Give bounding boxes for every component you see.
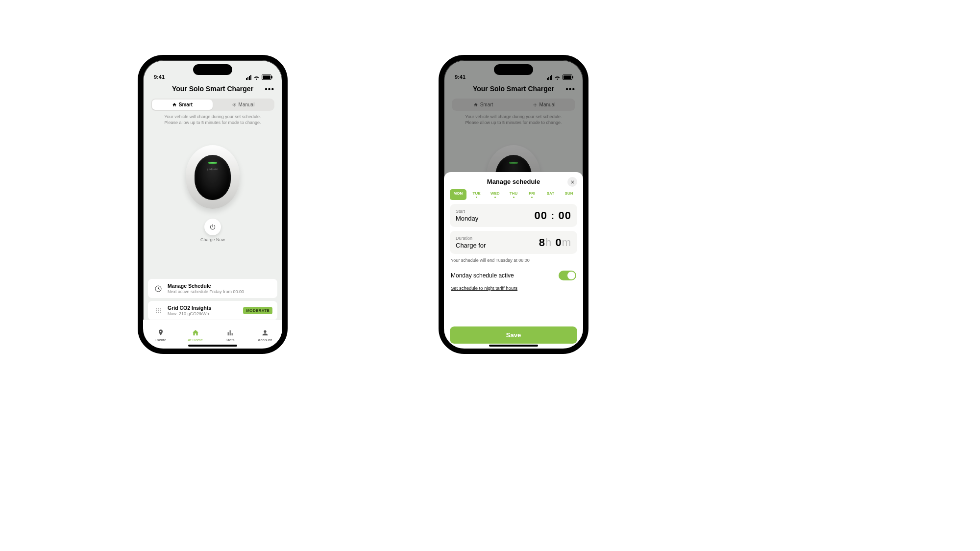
svg-point-6 (158, 310, 159, 311)
day-label: WED (490, 191, 500, 196)
svg-point-4 (160, 308, 161, 309)
day-option-fri[interactable]: FRI (524, 189, 540, 200)
info-cards: Manage Schedule Next active schedule Fri… (148, 276, 277, 320)
svg-point-9 (158, 312, 159, 313)
mode-manual-label: Manual (239, 102, 255, 107)
co2-card-subtitle: Now: 210 gCO2/kWh (168, 311, 239, 316)
schedule-dot-icon (513, 197, 514, 198)
tab-stats[interactable]: Stats (213, 329, 247, 342)
co2-level-badge: MODERATE (243, 307, 272, 314)
more-menu-button[interactable]: ••• (265, 85, 274, 94)
close-icon (570, 180, 575, 184)
start-time-value: 00 : 00 (535, 209, 572, 222)
schedule-active-toggle[interactable] (559, 271, 576, 280)
day-label: THU (510, 191, 517, 196)
schedule-dot-icon (494, 197, 496, 198)
charger-brand-label: podpoint (195, 168, 231, 171)
sheet-title: Manage schedule (487, 178, 540, 185)
charge-now-button[interactable] (204, 219, 221, 235)
day-label: SAT (547, 191, 554, 196)
day-option-sat[interactable]: SAT (542, 189, 559, 200)
day-selector: MONTUEWEDTHUFRISATSUN (450, 189, 577, 200)
day-option-thu[interactable]: THU (505, 189, 522, 200)
co2-card-title: Grid CO2 Insights (168, 305, 239, 311)
start-day-value: Monday (456, 215, 478, 222)
charger-device-image: podpoint (186, 145, 240, 209)
page-title: Your Solo Smart Charger (172, 85, 253, 93)
home-indicator[interactable] (188, 345, 237, 347)
duration-value: 8h 0m (539, 236, 571, 249)
schedule-dot-icon (531, 197, 533, 198)
wifi-icon (253, 75, 260, 80)
svg-point-5 (156, 310, 157, 311)
schedule-active-row: Monday schedule active (450, 268, 577, 285)
charger-led-icon (208, 162, 217, 164)
phone-schedule-screen: 9:41 Your Solo Smart Charger ••• Smart M… (439, 55, 588, 354)
schedule-card-subtitle: Next active schedule Friday from 00:00 (168, 289, 272, 294)
day-option-wed[interactable]: WED (487, 189, 503, 200)
duration-desc: Charge for (456, 242, 486, 249)
mode-segmented-control: Smart Manual (151, 99, 274, 111)
day-option-tue[interactable]: TUE (468, 189, 485, 200)
power-icon (209, 224, 216, 230)
charge-now-label: Charge Now (143, 237, 282, 242)
day-option-mon[interactable]: MON (450, 189, 466, 200)
pin-icon (157, 329, 165, 337)
stats-icon (226, 329, 234, 337)
mode-smart-label: Smart (179, 102, 193, 107)
tab-locate[interactable]: Locate (143, 329, 178, 342)
day-label: TUE (473, 191, 481, 196)
battery-icon (262, 75, 271, 80)
status-indicators (246, 75, 271, 80)
schedule-card-title: Manage Schedule (168, 283, 272, 289)
svg-point-8 (156, 312, 157, 313)
status-time: 9:41 (154, 74, 165, 80)
day-label: FRI (529, 191, 535, 196)
schedule-active-label: Monday schedule active (451, 272, 514, 279)
svg-point-3 (158, 308, 159, 309)
account-icon (261, 329, 269, 337)
grid-icon (153, 307, 164, 315)
mode-smart-option[interactable]: Smart (152, 100, 213, 110)
clock-icon (153, 285, 164, 293)
duration-panel[interactable]: Duration Charge for 8h 0m (450, 231, 577, 254)
smart-icon (172, 102, 177, 107)
start-time-panel[interactable]: Start Monday 00 : 00 (450, 204, 577, 227)
home-icon (192, 329, 199, 337)
schedule-dot-icon (476, 197, 477, 198)
page-header: Your Solo Smart Charger ••• (143, 81, 282, 96)
cellular-icon (246, 75, 251, 80)
duration-label: Duration (456, 236, 486, 241)
svg-point-7 (160, 310, 161, 311)
svg-point-2 (156, 308, 157, 309)
day-option-sun[interactable]: SUN (561, 189, 577, 200)
co2-insights-card[interactable]: Grid CO2 Insights Now: 210 gCO2/kWh MODE… (148, 301, 277, 320)
manual-icon (232, 102, 237, 107)
day-label: SUN (565, 191, 573, 196)
mode-manual-option[interactable]: Manual (213, 100, 273, 110)
svg-point-10 (160, 312, 161, 313)
phone-home-screen: 9:41 Your Solo Smart Charger ••• Smart M… (138, 55, 288, 354)
night-tariff-link[interactable]: Set schedule to night tariff hours (451, 285, 576, 291)
dynamic-island (193, 64, 232, 75)
tab-account[interactable]: Account (247, 329, 282, 342)
close-button[interactable] (567, 177, 577, 187)
day-label: MON (454, 191, 463, 196)
schedule-end-note: Your schedule will end Tuesday at 08:00 (451, 258, 576, 263)
mode-hint-text: Your vehicle will charge during your set… (155, 114, 270, 125)
tab-at-home[interactable]: At Home (178, 329, 213, 342)
start-label: Start (456, 209, 478, 214)
home-indicator[interactable] (489, 345, 538, 347)
manage-schedule-card[interactable]: Manage Schedule Next active schedule Fri… (148, 279, 277, 298)
save-button[interactable]: Save (450, 326, 577, 344)
svg-point-0 (233, 104, 235, 105)
manage-schedule-sheet: Manage schedule MONTUEWEDTHUFRISATSUN St… (444, 172, 583, 349)
